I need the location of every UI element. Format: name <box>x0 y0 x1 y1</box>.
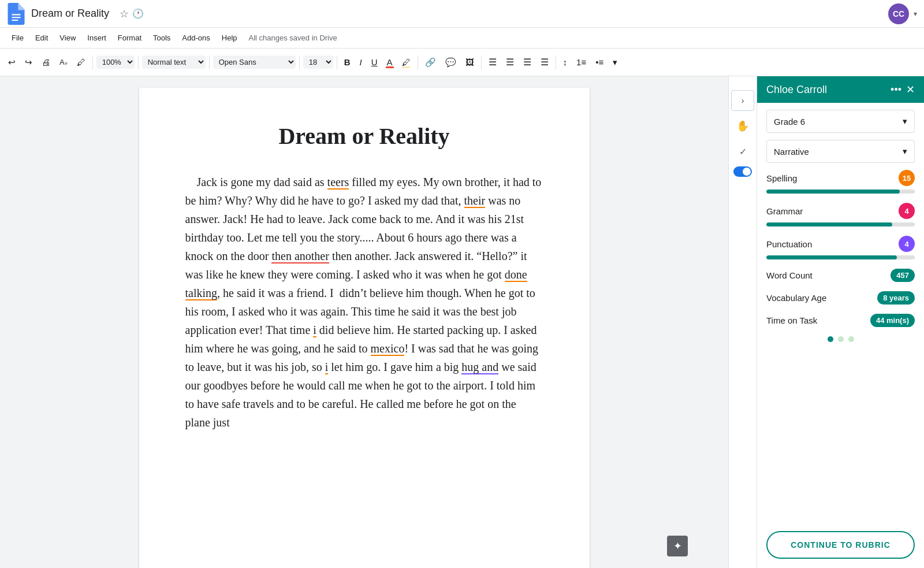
style-select[interactable]: Normal text Heading 1 Heading 2 <box>142 55 206 69</box>
line-spacing-button[interactable]: ↕ <box>560 55 571 69</box>
punctuation-stat: Punctuation 4 <box>766 236 915 259</box>
divider-1 <box>92 55 93 69</box>
align-justify-button[interactable]: ☰ <box>537 54 552 70</box>
spelling-count: 15 <box>899 170 915 186</box>
divider-7 <box>481 55 482 69</box>
more-options-button[interactable]: ▾ <box>609 55 621 70</box>
continue-to-rubric-button[interactable]: CONTINUE TO RUBRIC <box>766 531 915 559</box>
hand-tool-icon[interactable]: ✋ <box>731 116 754 136</box>
word-count-label: Word Count <box>766 270 813 280</box>
align-left-button[interactable]: ☰ <box>485 54 500 70</box>
check-tool-icon[interactable]: ✓ <box>731 141 754 162</box>
align-center-button[interactable]: ☰ <box>502 54 517 70</box>
dot-3[interactable] <box>848 336 854 342</box>
document-page: Dream or Reality Jack is gone my dad sai… <box>139 88 590 568</box>
menu-help[interactable]: Help <box>217 31 242 44</box>
star-icon[interactable]: ☆ <box>120 8 129 20</box>
toggle-switch[interactable] <box>733 166 752 177</box>
document-title: Dream or Reality <box>31 8 109 20</box>
time-on-task-stat: Time on Task 44 min(s) <box>766 314 915 327</box>
image-button[interactable]: 🖼 <box>462 55 478 69</box>
menu-edit[interactable]: Edit <box>31 31 53 44</box>
spellcheck-button[interactable]: Aᵥ <box>56 55 71 69</box>
topbar: Dream or Reality ☆ 🕐 CC ▾ <box>0 0 924 28</box>
vocabulary-age-stat: Vocabulary Age 8 years <box>766 291 915 305</box>
vocab-hug-and: hug and <box>461 361 498 374</box>
menu-view[interactable]: View <box>55 31 80 44</box>
grammar-label: Grammar <box>766 206 803 216</box>
spelling-progress-bg <box>766 190 915 194</box>
menu-format[interactable]: Format <box>113 31 146 44</box>
time-on-task-value: 44 min(s) <box>870 314 915 327</box>
punctuation-count: 4 <box>899 236 915 252</box>
panel-title: Chloe Carroll <box>766 84 827 96</box>
grade-dropdown[interactable]: Grade 6 ▾ <box>766 110 915 133</box>
grammar-progress-bg <box>766 222 915 227</box>
grammar-stat: Grammar 4 <box>766 203 915 227</box>
font-size-select[interactable]: 18 12 14 16 20 24 <box>303 55 333 69</box>
menubar: File Edit View Insert Format Tools Add-o… <box>0 28 924 49</box>
word-count-value: 457 <box>891 269 915 282</box>
comment-button[interactable]: 💬 <box>442 55 460 70</box>
paint-format-button[interactable]: 🖊 <box>73 55 89 69</box>
smart-compose-icon[interactable]: ✦ <box>667 536 688 556</box>
toolbar: ↩ ↪ 🖨 Aᵥ 🖊 100% 75% 125% 150% Normal tex… <box>0 49 924 76</box>
font-select[interactable]: Open Sans Arial Times New Roman <box>213 55 296 69</box>
spelling-progress-fill <box>766 190 900 194</box>
menu-tools[interactable]: Tools <box>148 31 175 44</box>
svg-rect-2 <box>12 20 18 21</box>
spelling-label: Spelling <box>766 173 797 183</box>
dot-1[interactable] <box>828 336 833 342</box>
document-heading: Dream or Reality <box>185 122 543 150</box>
narrative-dropdown[interactable]: Narrative ▾ <box>766 140 915 163</box>
grade-dropdown-arrow: ▾ <box>903 116 907 127</box>
text-color-button[interactable]: A <box>383 55 396 69</box>
numbered-list-button[interactable]: 1≡ <box>573 55 590 69</box>
spelling-error-mexico: mexico <box>371 342 405 356</box>
bullet-list-button[interactable]: •≡ <box>592 55 607 69</box>
punctuation-progress-bg <box>766 255 915 259</box>
grammar-progress-fill <box>766 222 892 227</box>
document-body[interactable]: Jack is gone my dad said as teers filled… <box>185 173 543 432</box>
punctuation-error-then-another: then another <box>271 250 329 263</box>
main-area: Dream or Reality Jack is gone my dad sai… <box>0 76 924 568</box>
divider-2 <box>138 55 139 69</box>
menu-insert[interactable]: Insert <box>83 31 111 44</box>
dot-2[interactable] <box>838 336 844 342</box>
spelling-stat: Spelling 15 <box>766 170 915 194</box>
spelling-error-teers: teers <box>327 176 349 190</box>
bold-button[interactable]: B <box>341 55 354 69</box>
highlight-button[interactable]: 🖊 <box>398 55 414 69</box>
link-button[interactable]: 🔗 <box>422 55 439 70</box>
panel-close-button[interactable]: ✕ <box>906 83 915 96</box>
divider-5 <box>337 55 337 69</box>
zoom-select[interactable]: 100% 75% 125% 150% <box>96 55 135 69</box>
menu-file[interactable]: File <box>7 31 28 44</box>
grammar-count: 4 <box>899 203 915 219</box>
divider-3 <box>209 55 210 69</box>
panel-more-button[interactable]: ••• <box>891 84 901 96</box>
user-avatar[interactable]: CC <box>888 3 909 24</box>
panel-header: Chloe Carroll ••• ✕ <box>757 76 924 103</box>
vocabulary-age-label: Vocabulary Age <box>766 293 826 303</box>
word-count-stat: Word Count 457 <box>766 269 915 282</box>
align-right-button[interactable]: ☰ <box>520 54 535 70</box>
save-status: All changes saved in Drive <box>249 34 337 42</box>
zoom-control[interactable]: 100% 75% 125% 150% <box>96 55 135 69</box>
underline-button[interactable]: U <box>368 55 381 69</box>
document-area[interactable]: Dream or Reality Jack is gone my dad sai… <box>0 76 728 568</box>
grammar-error-i: i <box>313 324 316 337</box>
redo-button[interactable]: ↪ <box>21 55 36 70</box>
divider-8 <box>556 55 556 69</box>
sidebar-collapse-button[interactable]: › <box>731 90 754 111</box>
grade-label: Grade 6 <box>774 117 805 127</box>
vocabulary-age-value: 8 years <box>877 291 915 305</box>
sidebar-tool-strip: › ✋ ✓ <box>728 76 757 568</box>
menu-addons[interactable]: Add-ons <box>177 31 214 44</box>
undo-button[interactable]: ↩ <box>5 55 19 70</box>
print-button[interactable]: 🖨 <box>38 55 54 69</box>
history-icon[interactable]: 🕐 <box>132 8 144 19</box>
grammar-error-i2: i <box>325 361 329 374</box>
italic-button[interactable]: I <box>356 55 366 69</box>
avatar-dropdown-arrow[interactable]: ▾ <box>914 10 917 18</box>
